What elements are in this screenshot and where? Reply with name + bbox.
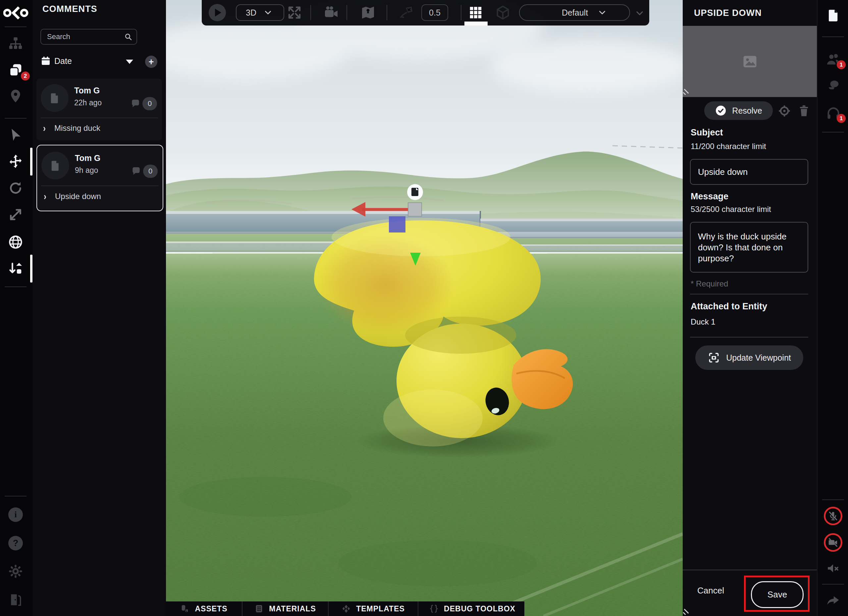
divider <box>347 5 347 20</box>
sort-order-tool-icon[interactable] <box>8 261 23 276</box>
detail-panel-title: UPSIDE DOWN <box>694 8 762 18</box>
sort-tool-active-indicator <box>30 255 33 283</box>
comment-time: 22h ago <box>74 98 102 107</box>
reply-count-badge: 0 <box>143 164 158 178</box>
divider <box>822 36 844 37</box>
people-count-badge: 1 <box>837 60 846 69</box>
comment-subject: Missing duck <box>54 123 100 133</box>
left-toolbar: 2 i ? <box>0 0 33 616</box>
page-icon <box>49 92 61 104</box>
resolve-button[interactable]: Resolve <box>704 101 773 120</box>
templates-icon <box>341 604 351 613</box>
help-icon[interactable]: ? <box>8 536 23 551</box>
comment-subject: Upside down <box>55 192 101 201</box>
cancel-button[interactable]: Cancel <box>697 585 724 596</box>
map-icon[interactable] <box>360 4 376 21</box>
resize-handle[interactable] <box>683 609 690 615</box>
view-mode-value: 3D <box>246 8 256 18</box>
globe-tool-icon[interactable] <box>8 234 23 250</box>
add-comment-button[interactable]: + <box>145 56 157 68</box>
divider <box>4 496 27 496</box>
divider <box>4 286 27 287</box>
move-tool-active-indicator <box>30 148 33 176</box>
preset-dropdown[interactable]: Default <box>519 4 630 21</box>
divider <box>40 118 158 118</box>
play-button[interactable] <box>209 4 226 21</box>
delete-trash-icon[interactable] <box>797 104 811 117</box>
comment-detail-panel: UPSIDE DOWN Resolve Subject 11/200 chara… <box>683 0 817 616</box>
grid-active-indicator <box>464 22 488 25</box>
snap-value: 0.5 <box>429 8 440 18</box>
viewport-toolbar: 3D 0.5 Default <box>202 0 649 25</box>
comment-subject-row[interactable]: › Upside down <box>44 192 101 201</box>
image-placeholder-icon <box>741 53 759 70</box>
tab-templates[interactable]: TEMPLATES <box>328 601 418 616</box>
tab-debug-toolbox[interactable]: DEBUG TOOLBOX <box>418 601 526 616</box>
preset-value: Default <box>562 8 588 18</box>
gizmo-x-axis[interactable] <box>362 208 408 211</box>
tab-assets[interactable]: ASSETS <box>166 601 242 616</box>
subject-label: Subject <box>691 127 723 138</box>
divider <box>4 118 27 118</box>
toolbar-collapse-chevron-icon[interactable] <box>635 9 644 18</box>
comment-author: Tom G <box>75 153 100 163</box>
speaker-muted-icon[interactable] <box>826 561 840 575</box>
chevron-down-icon[interactable] <box>126 59 133 64</box>
settings-gear-icon[interactable] <box>8 564 23 579</box>
tab-label: TEMPLATES <box>356 604 405 613</box>
gizmo-z-plane-handle[interactable] <box>389 216 405 232</box>
share-forward-icon[interactable] <box>826 594 841 608</box>
search-input[interactable] <box>46 32 124 41</box>
annotation-highlight-box <box>744 576 809 612</box>
comment-author: Tom G <box>74 86 100 95</box>
subject-char-limit: 11/200 character limit <box>691 142 766 151</box>
location-pin-icon[interactable] <box>8 89 23 104</box>
comment-subject-row[interactable]: › Missing duck <box>43 123 100 133</box>
hierarchy-icon[interactable] <box>8 36 23 51</box>
rotate-tool-icon[interactable] <box>8 181 23 196</box>
exit-door-icon[interactable] <box>8 592 23 607</box>
reply-bubble-icon <box>130 98 141 109</box>
snap-value-field[interactable]: 0.5 <box>421 4 448 21</box>
camera-icon[interactable] <box>324 5 339 21</box>
divider <box>4 27 27 27</box>
viewpoint-snapshot-placeholder <box>683 26 817 97</box>
camera-muted-button[interactable] <box>824 533 842 552</box>
cube-toggle-icon[interactable] <box>495 4 511 21</box>
message-textarea[interactable]: Why is the duck upside down? Is that don… <box>690 222 808 272</box>
message-label: Message <box>691 191 728 202</box>
locate-target-icon[interactable] <box>777 104 792 118</box>
search-input-wrap <box>40 29 137 45</box>
comment-card-selected[interactable]: Tom G 9h ago 0 › Upside down <box>36 145 163 211</box>
divider <box>387 5 387 20</box>
assets-icon <box>180 604 190 613</box>
select-tool-icon[interactable] <box>9 127 23 142</box>
scale-tool-icon[interactable] <box>8 207 23 222</box>
bottom-dock: ASSETS MATERIALS TEMPLATES DEBUG TOOLBOX <box>166 601 524 616</box>
page-icon <box>49 160 61 172</box>
view-mode-dropdown[interactable]: 3D <box>236 4 284 21</box>
viewport-3d[interactable]: 3D 0.5 Default <box>166 0 683 616</box>
comment-card[interactable]: Tom G 22h ago 0 › Missing duck <box>36 78 162 141</box>
chevron-down-icon <box>598 8 606 17</box>
tab-materials[interactable]: MATERIALS <box>242 601 328 616</box>
tab-label: MATERIALS <box>269 604 316 613</box>
divider <box>41 185 159 186</box>
comments-count-badge: 2 <box>21 71 30 80</box>
attached-entity-value: Duck 1 <box>691 317 716 327</box>
resize-handle[interactable] <box>683 89 690 95</box>
sort-by-date-dropdown[interactable]: Date <box>54 56 72 66</box>
mic-muted-button[interactable] <box>824 507 842 525</box>
snap-kite-icon[interactable] <box>399 4 414 21</box>
fullscreen-icon[interactable] <box>286 4 302 21</box>
chat-icon[interactable] <box>826 78 841 94</box>
update-viewpoint-button[interactable]: Update Viewpoint <box>695 345 803 370</box>
info-icon[interactable]: i <box>8 507 23 522</box>
document-icon[interactable] <box>826 9 841 22</box>
right-toolbar: 1 1 <box>817 0 848 616</box>
gizmo-center-handle[interactable] <box>408 203 422 216</box>
subject-input[interactable]: Upside down <box>690 159 808 185</box>
reply-bubble-icon <box>131 166 141 176</box>
move-tool-icon[interactable] <box>8 154 23 169</box>
grid-toggle-icon[interactable] <box>468 5 483 20</box>
